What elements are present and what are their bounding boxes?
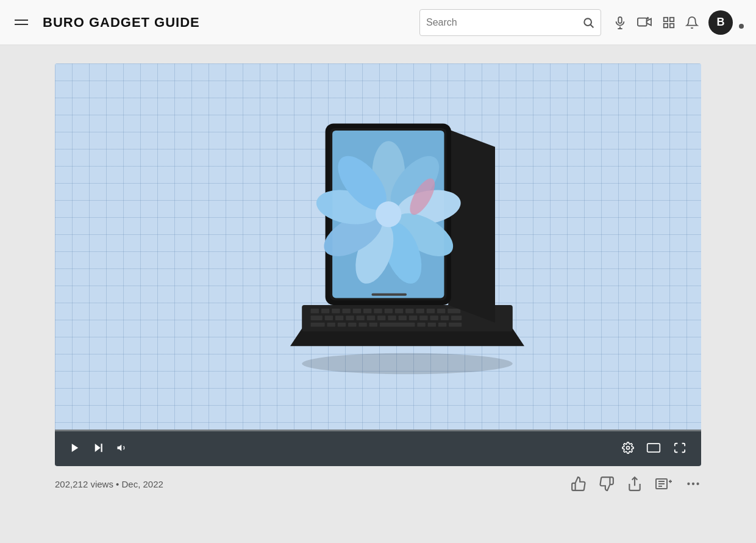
video-thumbnail[interactable] [55,63,701,430]
svg-rect-68 [371,293,407,296]
svg-rect-17 [342,309,350,314]
svg-rect-2 [618,16,622,23]
progress-bar[interactable] [55,430,701,431]
svg-rect-9 [670,17,674,21]
svg-rect-22 [395,309,403,314]
next-icon [93,442,104,453]
svg-rect-47 [369,323,377,327]
volume-icon [116,442,128,453]
avatar[interactable]: B [708,10,733,35]
play-icon [70,442,80,453]
svg-rect-48 [380,323,415,327]
svg-rect-25 [427,309,435,314]
search-input[interactable] [426,17,582,28]
svg-rect-16 [332,309,340,314]
dislike-icon [599,476,615,492]
notifications-button[interactable] [685,16,699,29]
header-icons: B [613,10,744,35]
svg-rect-19 [363,309,371,314]
theater-mode-button[interactable] [644,439,663,456]
microphone-button[interactable] [613,16,627,29]
svg-rect-71 [101,444,102,452]
dot-indicator [739,24,744,29]
svg-point-84 [696,483,699,485]
header: BURO GADGET GUIDE [0,0,756,45]
video-container [55,63,701,466]
more-options-button[interactable] [685,476,701,492]
svg-rect-51 [438,323,446,327]
svg-rect-26 [437,309,445,314]
save-icon [655,476,673,492]
fullscreen-icon [673,442,686,454]
fullscreen-button[interactable] [671,439,689,456]
separator: • [116,479,121,489]
main-content: 202,212 views • Dec, 2022 [0,45,756,514]
site-title: BURO GADGET GUIDE [43,15,200,31]
svg-rect-14 [311,309,319,314]
dislike-button[interactable] [599,476,615,492]
svg-rect-15 [321,309,329,314]
svg-rect-43 [327,323,335,327]
create-video-icon [637,16,652,29]
svg-rect-39 [430,315,438,320]
like-button[interactable] [571,476,587,492]
svg-rect-34 [377,315,385,320]
svg-rect-41 [451,315,462,320]
tablet-illustration [226,100,530,393]
play-button[interactable] [67,440,83,456]
svg-rect-49 [417,323,425,327]
svg-marker-69 [72,444,79,452]
svg-rect-46 [358,323,366,327]
svg-rect-67 [332,131,444,298]
search-button[interactable] [582,16,594,29]
svg-marker-72 [118,445,122,451]
svg-rect-24 [416,309,424,314]
svg-point-73 [627,447,630,450]
settings-button[interactable] [619,439,637,456]
search-icon [582,16,594,29]
svg-rect-36 [399,315,407,320]
create-video-button[interactable] [637,16,652,29]
share-button[interactable] [627,476,643,492]
svg-rect-32 [356,315,364,320]
svg-rect-35 [388,315,396,320]
like-icon [571,476,587,492]
svg-rect-28 [311,315,323,320]
volume-button[interactable] [113,440,130,456]
svg-line-1 [591,24,594,27]
bell-icon [685,16,699,29]
svg-rect-42 [311,323,325,327]
svg-rect-33 [367,315,375,320]
svg-rect-27 [448,309,460,314]
svg-rect-74 [647,444,660,452]
svg-rect-44 [338,323,346,327]
theater-icon [646,442,661,454]
svg-rect-21 [385,309,393,314]
settings-icon [622,442,634,454]
svg-rect-30 [335,315,343,320]
share-icon [627,476,643,492]
save-button[interactable] [655,476,673,492]
search-container [419,9,601,36]
apps-button[interactable] [662,16,676,29]
svg-rect-38 [419,315,427,320]
microphone-icon [613,16,627,29]
video-stats: 202,212 views • Dec, 2022 [55,479,571,489]
svg-point-0 [584,18,591,26]
video-actions [571,476,701,492]
upload-date: Dec, 2022 [122,479,163,489]
menu-button[interactable] [12,17,30,27]
svg-rect-40 [441,315,449,320]
svg-rect-5 [638,18,647,26]
svg-rect-11 [670,23,674,27]
next-button[interactable] [90,440,106,456]
grid-icon [662,16,676,29]
video-controls-bar [55,430,701,466]
view-count: 202,212 views [55,479,113,489]
svg-rect-45 [348,323,356,327]
svg-rect-37 [409,315,417,320]
svg-point-12 [302,353,513,375]
svg-point-82 [687,483,690,485]
svg-rect-52 [449,323,462,327]
svg-rect-20 [374,309,382,314]
